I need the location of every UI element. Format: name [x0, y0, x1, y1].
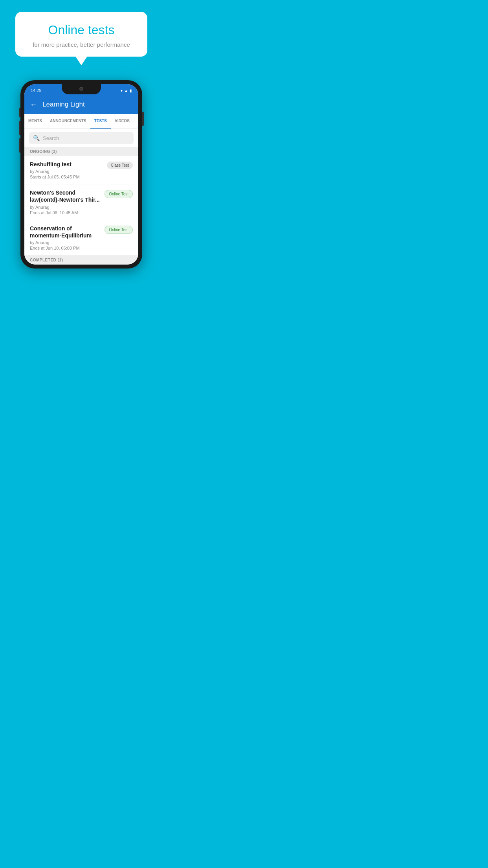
- search-input-wrapper[interactable]: 🔍 Search: [29, 132, 134, 144]
- phone-outer: 14:29 ▾ ▲ ▮ ← Learning Light MENTS ANNOU…: [20, 80, 142, 268]
- signal-icon: ▲: [124, 88, 128, 93]
- test-by-3: by Anurag: [30, 240, 101, 245]
- test-badge-1: Class Test: [107, 162, 133, 169]
- tab-tests[interactable]: TESTS: [90, 114, 111, 129]
- status-icons: ▾ ▲ ▮: [121, 88, 132, 93]
- list-item[interactable]: Conservation of momentum-Equilibrium by …: [24, 220, 138, 256]
- tabs-bar: MENTS ANNOUNCEMENTS TESTS VIDEOS: [24, 114, 138, 129]
- phone-camera: [79, 87, 83, 91]
- test-info-3: Conservation of momentum-Equilibrium by …: [30, 225, 105, 250]
- test-time-3: Ends at Jun 10, 06:00 PM: [30, 246, 101, 250]
- volume-up-button: [19, 108, 20, 117]
- list-item[interactable]: Newton's Second law(contd)-Newton's Thir…: [24, 184, 138, 220]
- test-name-3: Conservation of momentum-Equilibrium: [30, 225, 101, 239]
- battery-icon: ▮: [130, 88, 132, 93]
- test-name-1: Reshuffling test: [30, 161, 104, 168]
- silent-button: [19, 138, 20, 153]
- ongoing-section-header: ONGOING (3): [24, 147, 138, 156]
- volume-down-button: [19, 121, 20, 135]
- list-item[interactable]: Reshuffling test by Anurag Starts at Jul…: [24, 156, 138, 184]
- test-name-2: Newton's Second law(contd)-Newton's Thir…: [30, 189, 101, 203]
- test-time-1: Starts at Jul 05, 05:45 PM: [30, 175, 104, 179]
- back-button[interactable]: ←: [30, 101, 37, 109]
- phone-screen: 14:29 ▾ ▲ ▮ ← Learning Light MENTS ANNOU…: [24, 84, 138, 265]
- search-icon: 🔍: [33, 135, 40, 141]
- test-info-1: Reshuffling test by Anurag Starts at Jul…: [30, 161, 107, 179]
- app-title: Learning Light: [42, 101, 85, 108]
- test-time-2: Ends at Jul 06, 10:45 AM: [30, 210, 101, 215]
- wifi-icon: ▾: [121, 88, 123, 93]
- phone-notch: [62, 84, 101, 94]
- test-info-2: Newton's Second law(contd)-Newton's Thir…: [30, 189, 105, 215]
- speech-bubble: Online tests for more practice, better p…: [15, 12, 148, 57]
- search-placeholder: Search: [43, 135, 59, 141]
- status-time: 14:29: [31, 88, 42, 93]
- bubble-title: Online tests: [27, 23, 136, 37]
- test-by-1: by Anurag: [30, 169, 104, 174]
- tab-ments[interactable]: MENTS: [24, 114, 46, 129]
- test-badge-2: Online Test: [105, 190, 133, 198]
- test-by-2: by Anurag: [30, 205, 101, 210]
- phone-mockup: 14:29 ▾ ▲ ▮ ← Learning Light MENTS ANNOU…: [20, 80, 142, 268]
- test-list: Reshuffling test by Anurag Starts at Jul…: [24, 156, 138, 256]
- bubble-subtitle: for more practice, better performance: [27, 41, 136, 48]
- tab-announcements[interactable]: ANNOUNCEMENTS: [46, 114, 90, 129]
- test-badge-3: Online Test: [105, 226, 133, 234]
- app-header: ← Learning Light: [24, 95, 138, 114]
- speech-bubble-area: Online tests for more practice, better p…: [0, 0, 163, 57]
- tab-videos[interactable]: VIDEOS: [111, 114, 134, 129]
- completed-section-header: COMPLETED (1): [24, 256, 138, 265]
- power-button: [142, 112, 144, 126]
- search-bar: 🔍 Search: [24, 129, 138, 147]
